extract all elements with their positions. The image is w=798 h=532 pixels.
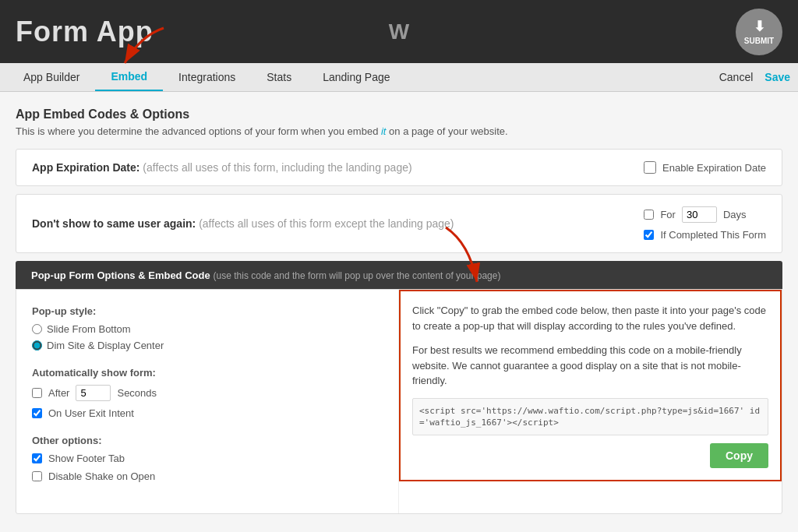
completed-label: If Completed This Form <box>660 229 766 241</box>
repeat-user-label: Don't show to same user again: (affects … <box>32 217 454 230</box>
expiration-row: App Expiration Date: (affects all uses o… <box>32 161 766 174</box>
days-row: For Days <box>644 206 766 223</box>
brand-logo: W <box>389 19 409 44</box>
popup-right-wrapper: Click "Copy" to grab the embed code belo… <box>399 290 782 513</box>
nav-wrapper: App Builder Embed Integrations Stats Lan… <box>0 63 798 92</box>
download-icon: ⬇ <box>754 18 765 35</box>
days-checkbox[interactable] <box>644 210 654 220</box>
completed-checkbox[interactable] <box>644 230 654 240</box>
popup-style-label: Pop-up style: <box>32 305 383 317</box>
nav-item-embed[interactable]: Embed <box>95 63 163 91</box>
after-label: After <box>48 387 69 399</box>
seconds-label: Seconds <box>117 387 157 399</box>
exit-intent-checkbox[interactable] <box>32 408 42 418</box>
auto-show-label: Automatically show form: <box>32 367 383 379</box>
disable-shake-row: Disable Shake on Open <box>32 470 383 482</box>
popup-note: (use this code and the form will pop up … <box>214 270 501 281</box>
other-options-controls: Show Footer Tab Disable Shake on Open <box>32 453 383 482</box>
auto-show-controls: After Seconds On User Exit Intent <box>32 385 383 419</box>
popup-grid: Pop-up style: Slide From Bottom Dim Site… <box>16 290 782 513</box>
nav-item-stats[interactable]: Stats <box>251 63 307 91</box>
save-button[interactable]: Save <box>764 71 790 83</box>
expiration-label: App Expiration Date: (affects all uses o… <box>32 161 412 174</box>
header: Form App W ⬇ SUBMIT <box>0 0 798 63</box>
submit-button[interactable]: ⬇ SUBMIT <box>736 9 782 55</box>
popup-right-panel: Click "Copy" to grab the embed code belo… <box>399 290 782 481</box>
radio-slide-bottom-label: Slide From Bottom <box>47 323 131 335</box>
seconds-row: After Seconds <box>32 385 383 401</box>
popup-title: Pop-up Form Options & Embed Code <box>31 270 210 281</box>
days-input[interactable] <box>682 206 717 223</box>
disable-shake-checkbox[interactable] <box>32 471 42 481</box>
radio-dim-center-input[interactable] <box>32 340 42 351</box>
radio-slide-bottom-input[interactable] <box>32 324 42 334</box>
popup-style-row: Pop-up style: Slide From Bottom Dim Site… <box>32 305 383 351</box>
show-footer-row: Show Footer Tab <box>32 453 383 464</box>
radio-dim-center-label: Dim Site & Display Center <box>47 340 164 351</box>
exit-intent-row: On User Exit Intent <box>32 407 383 419</box>
popup-description-2: For best results we recommend embedding … <box>412 343 768 389</box>
days-label: Days <box>723 209 747 220</box>
enable-expiration-checkbox[interactable] <box>644 161 656 174</box>
completed-row: If Completed This Form <box>644 229 766 241</box>
repeat-user-card: Don't show to same user again: (affects … <box>16 194 782 253</box>
app-title: Form App <box>16 16 154 48</box>
popup-section-body: Pop-up style: Slide From Bottom Dim Site… <box>16 289 782 514</box>
expiration-card: App Expiration Date: (affects all uses o… <box>16 149 782 186</box>
other-options-label: Other options: <box>32 435 383 446</box>
disable-shake-label: Disable Shake on Open <box>48 470 155 482</box>
nav-item-integrations[interactable]: Integrations <box>163 63 251 91</box>
radio-slide-bottom: Slide From Bottom <box>32 323 383 335</box>
cancel-button[interactable]: Cancel <box>719 71 754 83</box>
nav-actions: Cancel Save <box>719 71 790 83</box>
nav-item-landing-page[interactable]: Landing Page <box>307 63 405 91</box>
show-footer-checkbox[interactable] <box>32 453 42 463</box>
main-nav: App Builder Embed Integrations Stats Lan… <box>0 63 798 92</box>
embed-code-display: <script src='https://www.waftio.com/scri… <box>412 398 768 436</box>
enable-expiration-group: Enable Expiration Date <box>644 161 766 174</box>
seconds-input[interactable] <box>76 385 111 401</box>
seconds-checkbox[interactable] <box>32 388 42 398</box>
show-footer-label: Show Footer Tab <box>48 453 125 464</box>
page-title: App Embed Codes & Options <box>16 107 782 122</box>
repeat-user-top-row: Don't show to same user again: (affects … <box>32 206 766 241</box>
auto-show-row: Automatically show form: After Seconds O… <box>32 367 383 419</box>
main-content: App Embed Codes & Options This is where … <box>0 92 798 532</box>
popup-left-panel: Pop-up style: Slide From Bottom Dim Site… <box>16 290 399 513</box>
exit-intent-label: On User Exit Intent <box>48 407 134 419</box>
popup-description-1: Click "Copy" to grab the embed code belo… <box>412 303 768 333</box>
for-label: For <box>660 209 676 220</box>
popup-section-header: Pop-up Form Options & Embed Code (use th… <box>16 261 782 289</box>
radio-dim-center: Dim Site & Display Center <box>32 340 383 351</box>
other-options-row: Other options: Show Footer Tab Disable S… <box>32 435 383 482</box>
page-subtitle: This is where you determine the advanced… <box>16 125 782 137</box>
popup-style-options: Slide From Bottom Dim Site & Display Cen… <box>32 323 383 351</box>
nav-item-app-builder[interactable]: App Builder <box>8 63 95 91</box>
copy-button-row: Copy <box>412 443 768 468</box>
copy-button[interactable]: Copy <box>710 443 768 468</box>
repeat-user-controls: For Days If Completed This Form <box>644 206 766 241</box>
enable-expiration-label: Enable Expiration Date <box>662 162 766 174</box>
